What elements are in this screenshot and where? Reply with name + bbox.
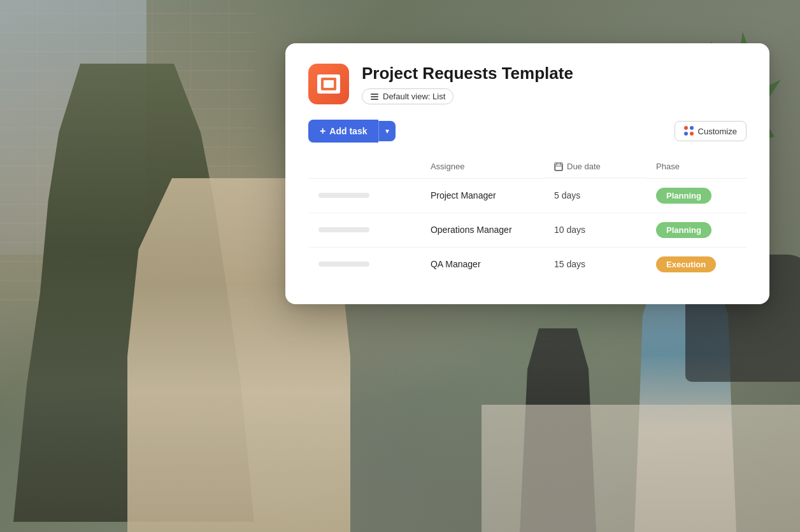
svg-rect-4 bbox=[371, 96, 378, 97]
table-header: Assignee Due date bbox=[308, 155, 746, 178]
col-header-phase: Phase bbox=[646, 155, 746, 178]
task-bar-2 bbox=[318, 227, 369, 232]
plus-icon: + bbox=[320, 125, 325, 137]
task-cell-3 bbox=[308, 247, 420, 281]
counter-surface bbox=[482, 405, 800, 532]
add-task-button[interactable]: + Add task bbox=[308, 120, 378, 143]
table-row[interactable]: Operations Manager 10 days Planning bbox=[308, 213, 746, 247]
table-body: Project Manager 5 days Planning Operatio… bbox=[308, 178, 746, 281]
customize-button[interactable]: Customize bbox=[675, 121, 746, 141]
toolbar: + Add task ▾ Customize bbox=[308, 120, 746, 143]
calendar-icon bbox=[554, 162, 563, 171]
due-date-header: Due date bbox=[554, 162, 601, 171]
col-header-task bbox=[308, 155, 420, 178]
task-cell-2 bbox=[308, 213, 420, 247]
view-badge-button[interactable]: Default view: List bbox=[362, 88, 454, 104]
customize-icon bbox=[684, 126, 694, 136]
header-text: Project Requests Template Default view: … bbox=[362, 64, 573, 104]
app-icon bbox=[308, 64, 349, 104]
table-row[interactable]: QA Manager 15 days Execution bbox=[308, 247, 746, 281]
phase-badge-execution-1: Execution bbox=[656, 256, 716, 272]
assignee-cell-1: Project Manager bbox=[420, 178, 544, 213]
phase-badge-planning-1: Planning bbox=[656, 188, 711, 204]
app-icon-svg bbox=[317, 74, 340, 94]
task-table: Assignee Due date bbox=[308, 155, 746, 281]
add-task-label: Add task bbox=[329, 126, 367, 136]
chevron-down-icon: ▾ bbox=[385, 127, 389, 136]
col-header-due-date: Due date bbox=[544, 155, 646, 178]
assignee-cell-3: QA Manager bbox=[420, 247, 544, 281]
table-header-row: Assignee Due date bbox=[308, 155, 746, 178]
phase-cell-3: Execution bbox=[646, 247, 746, 281]
svg-rect-3 bbox=[371, 94, 378, 95]
phase-cell-1: Planning bbox=[646, 178, 746, 213]
list-view-icon bbox=[370, 92, 379, 101]
customize-label: Customize bbox=[698, 127, 737, 136]
phase-badge-planning-2: Planning bbox=[656, 222, 711, 238]
modal-card: Project Requests Template Default view: … bbox=[285, 43, 769, 304]
task-cell-1 bbox=[308, 178, 420, 213]
add-task-group: + Add task ▾ bbox=[308, 120, 396, 143]
phase-cell-2: Planning bbox=[646, 213, 746, 247]
card-header: Project Requests Template Default view: … bbox=[308, 64, 746, 104]
task-bar-3 bbox=[318, 262, 369, 267]
modal-title: Project Requests Template bbox=[362, 64, 573, 83]
svg-rect-6 bbox=[555, 164, 562, 170]
due-date-cell-1: 5 days bbox=[544, 178, 646, 213]
add-task-dropdown-button[interactable]: ▾ bbox=[378, 121, 396, 141]
svg-rect-2 bbox=[324, 80, 334, 88]
assignee-cell-2: Operations Manager bbox=[420, 213, 544, 247]
svg-rect-5 bbox=[371, 99, 378, 100]
due-date-cell-2: 10 days bbox=[544, 213, 646, 247]
task-bar-1 bbox=[318, 193, 369, 198]
due-date-cell-3: 15 days bbox=[544, 247, 646, 281]
table-row[interactable]: Project Manager 5 days Planning bbox=[308, 178, 746, 213]
view-badge-label: Default view: List bbox=[383, 92, 445, 101]
col-header-assignee: Assignee bbox=[420, 155, 544, 178]
